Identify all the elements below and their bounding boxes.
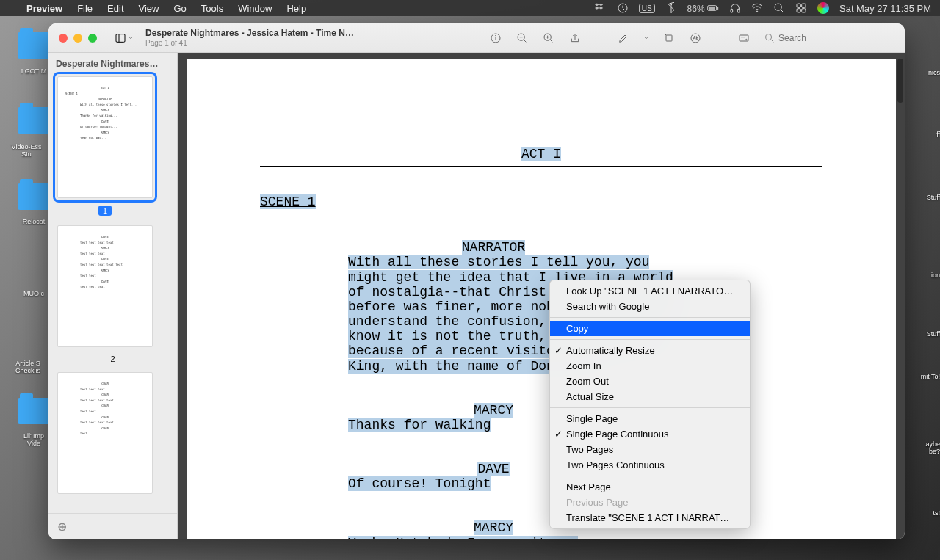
- sidebar-icon: [115, 32, 126, 44]
- svg-line-21: [550, 40, 552, 42]
- control-center-icon[interactable]: [795, 2, 807, 14]
- act-heading: ACT I: [521, 147, 561, 161]
- context-menu-item[interactable]: Actual Size: [550, 389, 750, 404]
- menu-go[interactable]: Go: [166, 3, 193, 14]
- share-button[interactable]: [568, 32, 582, 45]
- character-name: NARRATOR: [462, 240, 525, 255]
- menu-separator: [550, 407, 750, 408]
- menu-edit[interactable]: Edit: [100, 3, 131, 14]
- form-fill-button[interactable]: [737, 32, 751, 45]
- menu-view[interactable]: View: [131, 3, 167, 14]
- svg-rect-4: [731, 9, 733, 12]
- menu-help[interactable]: Help: [279, 3, 314, 14]
- context-menu: Look Up "SCENE 1 ACT I NARRATOR With…"Se…: [549, 280, 751, 529]
- zoom-out-button[interactable]: [516, 32, 529, 45]
- svg-rect-5: [737, 9, 740, 12]
- search-input[interactable]: [778, 33, 881, 43]
- rotate-button[interactable]: [662, 32, 676, 45]
- highlight-button[interactable]: [617, 32, 630, 45]
- svg-point-7: [775, 4, 781, 10]
- dialogue-text: Of course! Tonight: [348, 476, 491, 491]
- context-menu-item[interactable]: Translate "SCENE 1 ACT I NARRATOR With…": [550, 510, 750, 526]
- svg-rect-24: [666, 35, 672, 41]
- svg-line-18: [524, 40, 526, 42]
- thumbnail-sidebar: Desperate Nightmares… ACT ISCENE 1NARRAT…: [48, 53, 178, 539]
- desktop-folder[interactable]: [18, 183, 51, 210]
- svg-point-28: [746, 39, 747, 40]
- chevron-down-icon[interactable]: [643, 35, 649, 41]
- svg-rect-10: [797, 9, 800, 12]
- svg-rect-26: [740, 35, 748, 41]
- page-thumbnail[interactable]: CHARtext text textCHARtext text text tex…: [57, 372, 153, 494]
- sidebar-doc-title: Desperate Nightmares…: [48, 53, 177, 73]
- zoom-in-button[interactable]: [542, 32, 555, 45]
- keyboard-input-icon[interactable]: US: [639, 4, 655, 13]
- page-number: 2: [57, 354, 168, 363]
- svg-point-16: [496, 35, 496, 36]
- window-title: Desperate Nightmares - Jessica Hatem - T…: [145, 29, 358, 39]
- character-name: DAVE: [477, 462, 509, 476]
- context-menu-item: Previous Page: [550, 495, 750, 510]
- dropbox-icon[interactable]: [595, 2, 607, 14]
- window-titlebar: Desperate Nightmares - Jessica Hatem - T…: [48, 23, 905, 53]
- search-icon: [764, 32, 776, 44]
- menu-window[interactable]: Window: [231, 3, 279, 14]
- markup-button[interactable]: [689, 32, 702, 45]
- context-menu-item[interactable]: Single Page Continuous: [550, 426, 750, 442]
- context-menu-item[interactable]: Next Page: [550, 479, 750, 495]
- minimize-button[interactable]: [73, 34, 82, 43]
- context-menu-item[interactable]: Look Up "SCENE 1 ACT I NARRATOR With…": [550, 283, 750, 299]
- desktop-folder[interactable]: [18, 398, 51, 424]
- system-menubar: Preview File Edit View Go Tools Window H…: [0, 0, 940, 16]
- svg-point-6: [756, 11, 757, 12]
- battery-percent[interactable]: 86%: [687, 2, 719, 14]
- svg-rect-12: [116, 34, 125, 42]
- context-menu-item[interactable]: Zoom In: [550, 358, 750, 374]
- dialogue-text: Yeah. Not bad. I mean, it was: [348, 536, 578, 540]
- context-menu-item[interactable]: Copy: [550, 321, 750, 336]
- context-menu-item[interactable]: Two Pages: [550, 442, 750, 457]
- menu-separator: [550, 476, 750, 476]
- siri-icon[interactable]: [817, 2, 829, 14]
- svg-rect-2: [717, 7, 717, 10]
- document-page[interactable]: ACT I SCENE 1 NARRATOR With all these st…: [187, 59, 896, 539]
- app-menu[interactable]: Preview: [19, 3, 70, 14]
- chevron-down-icon: [128, 35, 134, 41]
- menu-separator: [550, 317, 750, 318]
- menu-tools[interactable]: Tools: [194, 3, 231, 14]
- page-thumbnail[interactable]: DAVEtext text text textMARCYtext text te…: [57, 225, 153, 347]
- context-menu-item[interactable]: Search with Google: [550, 299, 750, 314]
- timemachine-icon[interactable]: [617, 2, 629, 14]
- context-menu-item[interactable]: Single Page: [550, 411, 750, 426]
- headphones-icon[interactable]: [729, 2, 741, 14]
- svg-rect-11: [802, 9, 806, 12]
- page-thumbnail[interactable]: ACT ISCENE 1NARRATORWith all these stori…: [57, 76, 153, 198]
- search-field[interactable]: [764, 32, 896, 44]
- wifi-icon[interactable]: [751, 2, 763, 14]
- fullscreen-button[interactable]: [88, 34, 97, 43]
- page-number-badge: 1: [98, 206, 112, 216]
- context-menu-item[interactable]: Zoom Out: [550, 374, 750, 389]
- document-viewport[interactable]: ACT I SCENE 1 NARRATOR With all these st…: [178, 53, 905, 539]
- clock[interactable]: Sat May 27 11:35 PM: [839, 3, 931, 14]
- spotlight-icon[interactable]: [773, 2, 785, 14]
- scrollbar-thumb[interactable]: [897, 59, 903, 103]
- context-menu-item[interactable]: Two Pages Continuous: [550, 457, 750, 473]
- add-page-button[interactable]: ⊕: [48, 513, 177, 539]
- character-name: MARCY: [474, 403, 513, 418]
- divider: [260, 166, 822, 167]
- menu-file[interactable]: File: [70, 3, 100, 14]
- info-button[interactable]: [489, 32, 502, 45]
- svg-rect-8: [797, 4, 800, 7]
- bluetooth-icon[interactable]: [665, 2, 677, 14]
- desktop-folder[interactable]: [18, 107, 51, 134]
- preview-window: Desperate Nightmares - Jessica Hatem - T…: [48, 23, 905, 539]
- menu-separator: [550, 339, 750, 340]
- scene-heading: SCENE 1: [260, 194, 316, 209]
- sidebar-view-toggle[interactable]: [115, 32, 134, 44]
- context-menu-item[interactable]: Automatically Resize: [550, 343, 750, 358]
- character-name: MARCY: [474, 520, 513, 535]
- desktop-folder[interactable]: [18, 32, 51, 59]
- desktop-label: Video-Ess Stu: [4, 143, 48, 158]
- close-button[interactable]: [59, 34, 68, 43]
